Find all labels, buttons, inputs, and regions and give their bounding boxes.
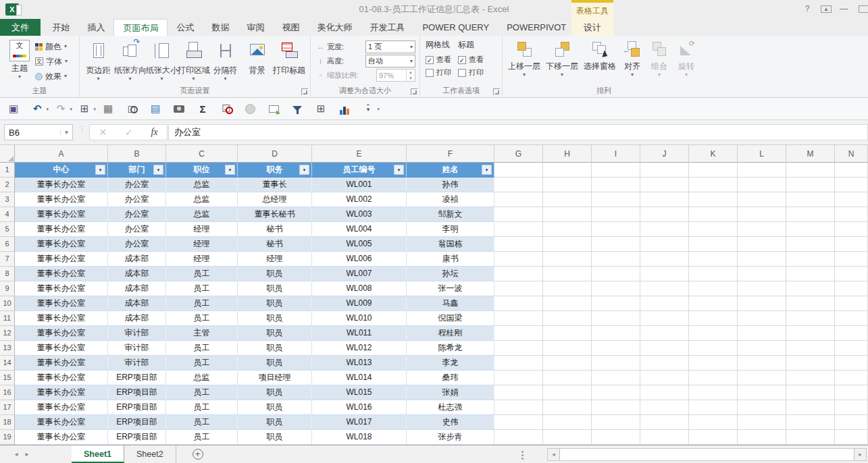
cell-H10[interactable] [543,296,592,311]
cell-M10[interactable] [786,296,835,311]
shape-oval-icon[interactable] [243,103,257,115]
cell-B4[interactable]: 办公室 [108,207,166,222]
row-header-18[interactable]: 18 [0,415,15,430]
row-header-16[interactable]: 16 [0,385,15,400]
redo-icon[interactable] [54,103,68,115]
filter-dropdown-icon[interactable]: ▾ [482,165,492,175]
cell-E14[interactable]: WL013 [312,356,407,371]
cell-A1[interactable]: 中心▾ [15,163,108,178]
cell-K6[interactable] [689,237,738,252]
name-box-dropdown-icon[interactable]: ▼ [60,130,72,136]
cancel-icon[interactable]: ✕ [99,127,107,138]
select-all-corner[interactable] [0,145,15,163]
cell-N11[interactable] [835,311,868,326]
row-header-14[interactable]: 14 [0,356,15,371]
tab-插入[interactable]: 插入 [78,19,113,36]
cell-M13[interactable] [786,341,835,356]
cell-D13[interactable]: 职员 [238,341,312,356]
new-comment-icon[interactable] [267,103,280,115]
cell-C6[interactable]: 经理 [166,237,238,252]
camera-icon[interactable] [172,103,186,115]
spinner-arrows-icon[interactable]: ▲▼ [406,70,415,81]
scale-spinner[interactable]: 97% ▲▼ [376,69,415,82]
cell-L2[interactable] [738,178,786,192]
cell-E11[interactable]: WL010 [312,311,407,326]
cell-N19[interactable] [835,430,868,445]
cell-M8[interactable] [786,267,835,281]
cell-B13[interactable]: 审计部 [108,341,166,356]
cell-B19[interactable]: ERP项目部 [108,430,166,445]
cell-L9[interactable] [738,281,786,296]
cell-L7[interactable] [738,252,786,267]
horizontal-scrollbar[interactable]: ◂ ▸ [547,448,867,461]
cell-C5[interactable]: 经理 [166,222,238,237]
cell-F6[interactable]: 翁国栋 [407,237,494,252]
cell-E15[interactable]: WL014 [312,371,407,385]
cell-L1[interactable] [738,163,786,178]
cell-L19[interactable] [738,430,786,445]
cell-I8[interactable] [592,267,640,281]
cell-C14[interactable]: 员工 [166,356,238,371]
group-button[interactable]: 组合▾ [646,39,673,86]
cell-M18[interactable] [786,415,835,430]
cell-C8[interactable]: 员工 [166,267,238,281]
cell-F2[interactable]: 孙伟 [407,178,494,192]
cell-L18[interactable] [738,415,786,430]
cell-A10[interactable]: 董事长办公室 [15,296,108,311]
cell-I10[interactable] [592,296,640,311]
cell-E18[interactable]: WL017 [312,415,407,430]
cell-K4[interactable] [689,207,738,222]
cell-N8[interactable] [835,267,868,281]
row-header-15[interactable]: 15 [0,371,15,385]
autosum-icon[interactable] [196,103,209,115]
cell-I12[interactable] [592,326,640,341]
cell-D1[interactable]: 职务▾ [238,163,312,178]
sheet-nav-right-icon[interactable]: ▸ [22,445,32,463]
cell-M1[interactable] [786,163,835,178]
row-header-6[interactable]: 6 [0,237,15,252]
cell-D11[interactable]: 职员 [238,311,312,326]
cell-M4[interactable] [786,207,835,222]
breaks-button[interactable]: 分隔符▾ [209,39,241,86]
cell-I15[interactable] [592,371,640,385]
cell-N12[interactable] [835,326,868,341]
tab-美化大师[interactable]: 美化大师 [308,19,361,36]
print-preview-icon[interactable] [125,103,138,115]
height-combo[interactable]: 自动▾ [365,55,415,67]
cell-H14[interactable] [543,356,592,371]
cell-A13[interactable]: 董事长办公室 [15,341,108,356]
row-header-5[interactable]: 5 [0,222,15,237]
cell-G12[interactable] [494,326,543,341]
cell-L6[interactable] [738,237,786,252]
cell-K19[interactable] [689,430,738,445]
save-icon[interactable] [7,103,20,115]
cell-F5[interactable]: 李明 [407,222,494,237]
bg-button[interactable]: 背景 [241,39,273,86]
cell-C11[interactable]: 员工 [166,311,238,326]
cell-G18[interactable] [494,415,543,430]
cell-E8[interactable]: WL007 [312,267,407,281]
cell-F13[interactable]: 陈希龙 [407,341,494,356]
cell-G16[interactable] [494,385,543,400]
cell-J7[interactable] [640,252,689,267]
row-header-9[interactable]: 9 [0,281,15,296]
cell-A12[interactable]: 董事长办公室 [15,326,108,341]
cell-A4[interactable]: 董事长办公室 [15,207,108,222]
cell-E7[interactable]: WL006 [312,252,407,267]
row-header-19[interactable]: 19 [0,430,15,445]
cell-K15[interactable] [689,371,738,385]
cell-B17[interactable]: ERP项目部 [108,400,166,415]
cell-F15[interactable]: 桑玮 [407,371,494,385]
scroll-right-icon[interactable]: ▸ [854,449,866,460]
cell-E12[interactable]: WL011 [312,326,407,341]
more-commands-icon[interactable] [361,103,375,115]
cell-N18[interactable] [835,415,868,430]
cell-F19[interactable]: 张步青 [407,430,494,445]
column-header-F[interactable]: F [407,145,494,163]
cell-A2[interactable]: 董事长办公室 [15,178,108,192]
column-header-N[interactable]: N [835,145,868,163]
cell-N5[interactable] [835,222,868,237]
cell-K13[interactable] [689,341,738,356]
cell-A6[interactable]: 董事长办公室 [15,237,108,252]
cell-C17[interactable]: 员工 [166,400,238,415]
